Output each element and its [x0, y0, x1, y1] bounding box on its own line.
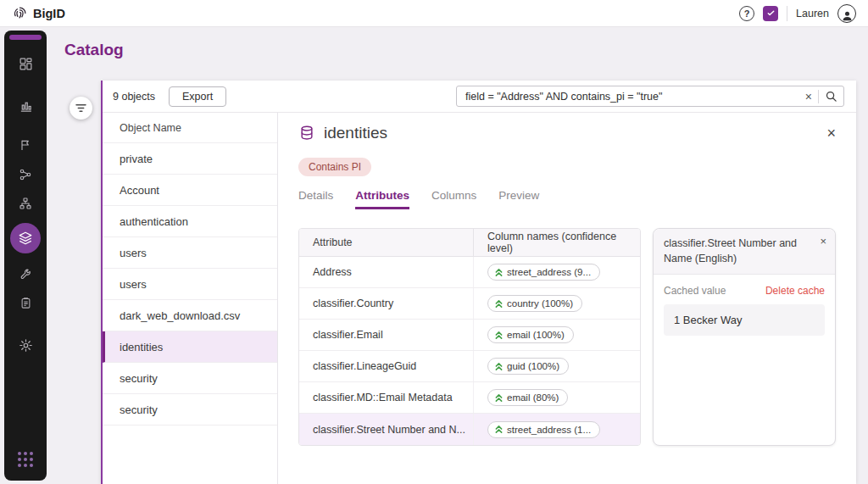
filter-toggle-button[interactable]: [70, 97, 92, 120]
column-chip[interactable]: country (100%): [487, 295, 582, 312]
table-row[interactable]: Address street_address (9...: [299, 257, 640, 288]
search-icon: [825, 90, 837, 103]
attribute-cell: Address: [299, 257, 474, 287]
share-nodes-icon: [19, 168, 32, 181]
sidebar-item-dashboard[interactable]: [15, 53, 36, 74]
detail-tabs: Details Attributes Columns Preview: [298, 189, 836, 209]
header-column-names: Column names (confidence level): [474, 229, 640, 256]
column-cell: guid (100%): [474, 351, 640, 381]
card-title: classifier.Street Number and Name (Engli…: [664, 237, 797, 264]
topbar-divider: [787, 6, 787, 21]
gear-icon: [19, 338, 33, 353]
object-row[interactable]: Account: [103, 175, 277, 206]
delete-cache-link[interactable]: Delete cache: [765, 285, 825, 297]
card-close-icon[interactable]: ×: [820, 236, 826, 247]
column-cell: email (100%): [474, 320, 640, 350]
sidebar-item-policies[interactable]: [15, 135, 36, 155]
dashboard-icon: [19, 57, 33, 71]
sidebar-item-settings[interactable]: [15, 335, 36, 355]
object-row[interactable]: security: [103, 394, 277, 426]
user-name: Lauren: [796, 8, 829, 19]
catalog-layers-icon: [18, 231, 33, 246]
object-row[interactable]: security: [103, 363, 277, 394]
column-cell: street_address (1...: [474, 414, 640, 445]
bar-chart-icon: [19, 99, 33, 114]
topbar: BigID ? Lauren: [0, 0, 868, 27]
attribute-detail-card: classifier.Street Number and Name (Engli…: [653, 228, 836, 446]
cached-value-box: 1 Becker Way: [664, 304, 825, 336]
tools-icon: [19, 268, 32, 281]
sidebar-item-hierarchy[interactable]: [15, 193, 36, 214]
tasks-check-icon[interactable]: [763, 6, 778, 21]
column-chip[interactable]: email (80%): [487, 389, 568, 406]
chip-label: email (80%): [507, 392, 559, 403]
classifier-icon: [495, 299, 503, 309]
header-attribute: Attribute: [299, 229, 474, 256]
table-row-selected[interactable]: classifier.Street Number and N... street…: [299, 414, 640, 445]
table-row[interactable]: classifier.Email email (100%): [299, 320, 640, 351]
table-row[interactable]: classifier.Country country (100%): [299, 288, 640, 320]
apps-grid-icon[interactable]: [18, 452, 33, 467]
catalog-toolbar: 9 objects Export ×: [103, 81, 856, 113]
sidebar-item-reports[interactable]: [15, 96, 36, 116]
sidebar-item-connections[interactable]: [15, 164, 36, 185]
attribute-cell: classifier.Street Number and N...: [299, 414, 474, 445]
sidebar-item-compliance[interactable]: [15, 292, 36, 313]
tab-preview[interactable]: Preview: [498, 189, 539, 209]
hierarchy-icon: [19, 197, 32, 210]
column-chip[interactable]: street_address (1...: [487, 421, 600, 438]
sidebar-item-tools[interactable]: [15, 264, 36, 285]
avatar[interactable]: [837, 4, 856, 23]
table-row[interactable]: classifier.MD::Email Metadata email (80%…: [299, 382, 640, 414]
objects-count: 9 objects: [113, 91, 155, 103]
brand-name: BigID: [33, 7, 65, 20]
object-row-selected[interactable]: identities: [103, 331, 277, 363]
help-icon[interactable]: ?: [739, 6, 754, 21]
detail-close-icon[interactable]: ×: [826, 125, 836, 141]
object-row[interactable]: authentication: [103, 206, 277, 237]
chip-label: email (100%): [507, 330, 565, 340]
export-button[interactable]: Export: [169, 86, 226, 107]
attribute-cell: classifier.Country: [299, 288, 474, 319]
column-chip[interactable]: street_address (9...: [487, 264, 600, 281]
search-divider: [818, 90, 819, 103]
attribute-cell: classifier.Email: [299, 320, 474, 350]
sidebar-nav: [4, 31, 47, 481]
database-icon: [298, 125, 315, 142]
object-detail: identities × Contains PI Details Attribu…: [278, 113, 856, 484]
panel-content: Object Name private Account authenticati…: [103, 113, 856, 484]
tab-attributes[interactable]: Attributes: [355, 189, 409, 209]
search-input[interactable]: [465, 91, 799, 103]
attribute-cell: classifier.MD::Email Metadata: [299, 382, 474, 413]
filter-icon: [75, 103, 86, 113]
catalog-panel: 9 objects Export × Object Name private A…: [101, 81, 856, 484]
classifier-icon: [495, 362, 503, 371]
object-list-header: Object Name: [103, 113, 277, 143]
search-clear-icon[interactable]: ×: [805, 91, 812, 103]
tab-columns[interactable]: Columns: [431, 189, 476, 209]
column-chip[interactable]: guid (100%): [487, 358, 569, 375]
chip-label: guid (100%): [507, 361, 559, 371]
object-row[interactable]: dark_web_download.csv: [103, 300, 277, 331]
object-row[interactable]: private: [103, 143, 277, 175]
detail-body: Attribute Column names (confidence level…: [298, 228, 836, 446]
topbar-right: ? Lauren: [739, 4, 856, 23]
chip-label: street_address (9...: [507, 267, 591, 277]
classifier-icon: [495, 393, 503, 403]
search-button[interactable]: [825, 90, 837, 103]
attributes-table: Attribute Column names (confidence level…: [298, 228, 641, 446]
attribute-cell: classifier.LineageGuid: [299, 351, 474, 381]
classifier-icon: [495, 331, 503, 340]
column-cell: email (80%): [474, 382, 640, 413]
table-row[interactable]: classifier.LineageGuid guid (100%): [299, 351, 640, 382]
sidebar-item-catalog-active[interactable]: [10, 223, 41, 253]
tab-details[interactable]: Details: [298, 189, 333, 209]
page-title: Catalog: [64, 41, 124, 59]
contains-pi-badge: Contains PI: [298, 158, 371, 176]
chip-label: country (100%): [507, 298, 573, 309]
card-header: classifier.Street Number and Name (Engli…: [654, 229, 835, 275]
detail-title: identities: [324, 124, 387, 142]
object-row[interactable]: users: [103, 269, 277, 300]
object-row[interactable]: users: [103, 237, 277, 269]
column-chip[interactable]: email (100%): [487, 326, 574, 343]
